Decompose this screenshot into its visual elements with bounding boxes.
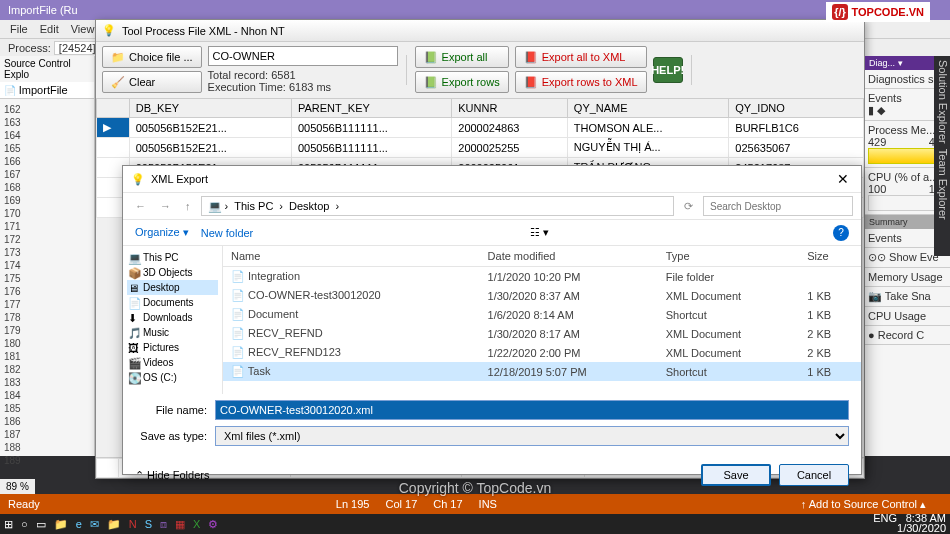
line-number[interactable]: 177 [4, 298, 90, 311]
refresh-icon[interactable]: ⟳ [680, 200, 697, 213]
line-number[interactable]: 172 [4, 233, 90, 246]
process-value[interactable]: [24524] [54, 41, 101, 55]
line-number[interactable]: 166 [4, 155, 90, 168]
total-record: Total record: 6581 [208, 69, 398, 81]
back-icon[interactable]: ← [131, 200, 150, 212]
table-row[interactable]: 005056B152E21...005056B111111...20000252… [97, 138, 864, 158]
line-number[interactable]: 179 [4, 324, 90, 337]
line-number[interactable]: 181 [4, 350, 90, 363]
line-number[interactable]: 185 [4, 402, 90, 415]
tree-item[interactable]: 📦3D Objects [127, 265, 218, 280]
cancel-button[interactable]: Cancel [779, 464, 849, 486]
import-file-tab[interactable]: 📄 ImportFile [0, 82, 94, 99]
help-icon[interactable]: ? [833, 225, 849, 241]
file-header[interactable]: Type [658, 246, 800, 267]
line-number[interactable]: 175 [4, 272, 90, 285]
left-panel-title: Source Control Explo [0, 56, 94, 82]
grid-header[interactable]: PARENT_KEY [291, 99, 451, 118]
tree-item[interactable]: 🎵Music [127, 325, 218, 340]
line-number[interactable]: 183 [4, 376, 90, 389]
line-number[interactable]: 180 [4, 337, 90, 350]
export-all-xml-button[interactable]: 📕 Export all to XML [515, 46, 647, 68]
line-number[interactable]: 173 [4, 246, 90, 259]
line-number[interactable]: 167 [4, 168, 90, 181]
line-number[interactable]: 184 [4, 389, 90, 402]
line-number[interactable]: 188 [4, 441, 90, 454]
line-number[interactable]: 163 [4, 116, 90, 129]
view-options-icon[interactable]: ☷ ▾ [530, 226, 549, 239]
choice-file-button[interactable]: 📁 Choice file ... [102, 46, 202, 68]
file-header[interactable]: Date modified [480, 246, 658, 267]
table-row[interactable]: ▶005056B152E21...005056B111111...2000024… [97, 118, 864, 138]
grid-header[interactable]: QY_IDNO [729, 99, 864, 118]
file-row[interactable]: 📄 Task12/18/2019 5:07 PMShortcut1 KB [223, 362, 861, 381]
help-icon[interactable]: HELP! [653, 57, 683, 83]
topcode-logo: {/} TOPCODE.VN [826, 2, 930, 22]
windows-taskbar[interactable]: ⊞ ○ ▭ 📁 e ✉ 📁 N S ⧈ ▦ X ⚙ ENG 8:38 AM1/3… [0, 514, 950, 534]
line-number[interactable]: 176 [4, 285, 90, 298]
right-tabs[interactable]: Solution Explorer Team Explorer [934, 56, 950, 256]
dialog-nav: ← → ↑ 💻 › This PC › Desktop › ⟳ [123, 192, 861, 220]
main-titlebar[interactable]: 💡 Tool Process File XML - Nhon NT [96, 20, 864, 42]
saveas-select[interactable]: Xml files (*.xml) [215, 426, 849, 446]
export-rows-button[interactable]: 📗 Export rows [415, 71, 509, 93]
file-row[interactable]: 📄 Document1/6/2020 8:14 AMShortcut1 KB [223, 305, 861, 324]
breadcrumb[interactable]: 💻 › This PC › Desktop › [201, 196, 675, 216]
file-row[interactable]: 📄 Integration1/1/2020 10:20 PMFile folde… [223, 267, 861, 287]
file-header[interactable]: Name [223, 246, 480, 267]
add-source-control[interactable]: ↑ Add to Source Control ▴ [801, 498, 926, 511]
tree-item[interactable]: 📄Documents [127, 295, 218, 310]
forward-icon[interactable]: → [156, 200, 175, 212]
file-row[interactable]: 📄 RECV_REFND1231/22/2020 2:00 PMXML Docu… [223, 343, 861, 362]
tree-item[interactable]: 💽OS (C:) [127, 370, 218, 385]
zoom-percent[interactable]: 89 % [0, 479, 35, 494]
line-number[interactable]: 169 [4, 194, 90, 207]
line-number[interactable]: 174 [4, 259, 90, 272]
system-clock[interactable]: ENG 8:38 AM1/30/2020 [873, 514, 946, 534]
tree-item[interactable]: 🎬Videos [127, 355, 218, 370]
grid-header[interactable]: QY_NAME [567, 99, 728, 118]
grid-header[interactable] [97, 99, 130, 118]
export-rows-xml-button[interactable]: 📕 Export rows to XML [515, 71, 647, 93]
filename-input[interactable] [215, 400, 849, 420]
tree-item[interactable]: ⬇Downloads [127, 310, 218, 325]
menu-edit[interactable]: Edit [34, 23, 65, 35]
line-number[interactable]: 164 [4, 129, 90, 142]
clear-button[interactable]: 🧹 Clear [102, 71, 202, 93]
line-number[interactable]: 189 [4, 454, 90, 467]
source-control-explorer: Source Control Explo 📄 ImportFile 162163… [0, 56, 95, 456]
line-number[interactable]: 170 [4, 207, 90, 220]
vs-title-text: ImportFile (Ru [8, 4, 78, 16]
line-number[interactable]: 165 [4, 142, 90, 155]
hide-folders-button[interactable]: ⌃ Hide Folders [135, 469, 209, 482]
status-ch: Ch 17 [433, 498, 462, 510]
tree-item[interactable]: 💻This PC [127, 250, 218, 265]
line-number[interactable]: 168 [4, 181, 90, 194]
file-list[interactable]: NameDate modifiedTypeSize📄 Integration1/… [223, 246, 861, 394]
new-folder-button[interactable]: New folder [201, 227, 254, 239]
line-number[interactable]: 187 [4, 428, 90, 441]
export-all-button[interactable]: 📗 Export all [415, 46, 509, 68]
close-icon[interactable]: ✕ [833, 171, 853, 187]
file-row[interactable]: 📄 CO-OWNER-test300120201/30/2020 8:37 AM… [223, 286, 861, 305]
combo-value[interactable] [208, 46, 398, 66]
process-label: Process: [8, 42, 51, 54]
line-number[interactable]: 171 [4, 220, 90, 233]
tree-item[interactable]: 🖥Desktop [127, 280, 218, 295]
search-input[interactable] [703, 196, 853, 216]
up-icon[interactable]: ↑ [181, 200, 195, 212]
line-number[interactable]: 162 [4, 103, 90, 116]
organize-button[interactable]: Organize ▾ [135, 226, 189, 239]
save-button[interactable]: Save [701, 464, 771, 486]
file-header[interactable]: Size [799, 246, 861, 267]
file-row[interactable]: 📄 RECV_REFND1/30/2020 8:17 AMXML Documen… [223, 324, 861, 343]
grid-header[interactable]: DB_KEY [129, 99, 291, 118]
saveas-label: Save as type: [135, 430, 215, 442]
menu-file[interactable]: File [4, 23, 34, 35]
line-number[interactable]: 178 [4, 311, 90, 324]
grid-header[interactable]: KUNNR [452, 99, 568, 118]
tree-item[interactable]: 🖼Pictures [127, 340, 218, 355]
line-number[interactable]: 186 [4, 415, 90, 428]
line-number[interactable]: 182 [4, 363, 90, 376]
folder-tree[interactable]: 💻This PC📦3D Objects🖥Desktop📄Documents⬇Do… [123, 246, 223, 394]
